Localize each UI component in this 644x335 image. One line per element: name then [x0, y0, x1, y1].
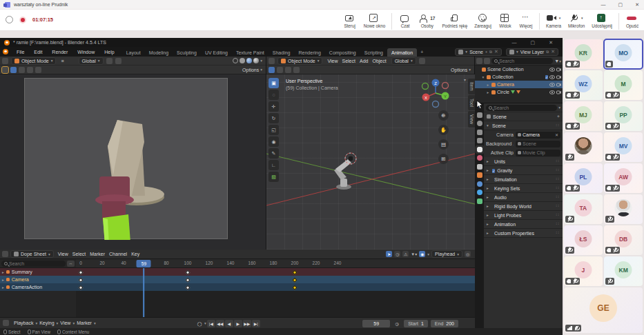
editor-type-icon[interactable]	[3, 320, 9, 326]
outliner-editor-icon[interactable]	[476, 58, 482, 64]
participant-tile[interactable]: TA	[564, 194, 603, 224]
collapsed-panel-header[interactable]: ▸ ✓ Gravity ∷	[484, 166, 563, 175]
shading-material-icon[interactable]	[246, 58, 252, 63]
toolbar-button[interactable]: 17 ▾ Osoby	[416, 12, 438, 30]
timeline-menu-item[interactable]: View	[58, 321, 72, 325]
viewport-3d-area[interactable]: User Perspective (59) Collection | Camer…	[266, 74, 475, 250]
select-box-icon[interactable]	[10, 67, 17, 73]
blender-menu-logo-icon[interactable]	[3, 49, 8, 54]
view-layer-selector[interactable]: ▾ View Layer ⧉✕	[506, 48, 558, 56]
sidebar-tab[interactable]: Item	[468, 79, 475, 94]
participant-tile[interactable]	[564, 132, 603, 162]
toolbar-button[interactable]: ▾ Więcej	[516, 12, 536, 30]
toolbar-button[interactable]: ▾ Udostępnij	[588, 12, 616, 30]
select-lasso-icon[interactable]	[27, 67, 33, 73]
play-reverse-button[interactable]: ◀	[225, 320, 233, 327]
frame-end-field[interactable]: End200	[431, 320, 458, 327]
blender-close-button[interactable]: ✕	[549, 40, 553, 45]
prev-keyframe-button[interactable]: ◀◀	[216, 320, 224, 327]
filter-icon[interactable]: ▼▾	[554, 59, 561, 63]
outliner-search-input[interactable]: Search	[491, 58, 553, 64]
participant-tile[interactable]: PL	[564, 163, 603, 193]
warning-icon[interactable]: ⚠	[402, 251, 409, 257]
viewport-user-perspective[interactable]: Object Mode▾ ViewSelectAddObject Global▾…	[266, 57, 475, 250]
tab-tool[interactable]	[477, 112, 482, 118]
participant-tile[interactable]: J	[564, 256, 603, 286]
collapsed-panel-header[interactable]: ▸ Custom Properties ∷	[484, 229, 563, 238]
channel-strip[interactable]	[76, 283, 475, 291]
outliner-display-mode-icon[interactable]	[484, 58, 490, 64]
dope-sheet-menu-item[interactable]: Channel	[107, 252, 129, 256]
toolbar-button[interactable]: ▾ Mikrofon	[565, 12, 588, 30]
collapse-chevron-icon[interactable]: ▾	[464, 77, 466, 82]
channel-strip[interactable]	[76, 268, 475, 276]
menubar-item[interactable]: Help	[99, 50, 119, 54]
target-icon[interactable]: ◎	[465, 251, 471, 257]
tab-view-layer[interactable]	[477, 138, 482, 143]
participant-tile[interactable]: MJ	[564, 101, 603, 131]
playhead[interactable]	[144, 268, 145, 317]
shading-solid-icon[interactable]	[240, 58, 245, 63]
outliner-row[interactable]: ▸ Circle	[475, 88, 563, 96]
workspace-tab[interactable]: Compositing	[325, 48, 360, 57]
tool-measure[interactable]: ∟	[269, 160, 279, 170]
stopwatch-icon[interactable]: ◷	[393, 320, 401, 327]
properties-options-chevron[interactable]: ▾	[558, 105, 560, 110]
collapsed-panel-header[interactable]: ▸ Animation ∷	[484, 220, 563, 229]
toolbar-button[interactable]: ▾ Widok	[495, 12, 516, 30]
pan-hand-icon[interactable]: ✋	[438, 125, 449, 135]
workspace-tab[interactable]: Sculpting	[173, 48, 201, 57]
camera-restrict-icon[interactable]	[556, 68, 561, 72]
dope-sheet-menu-item[interactable]: Select	[70, 252, 88, 256]
tab-collection[interactable]	[477, 164, 482, 170]
property-field[interactable]: Scene	[516, 141, 560, 148]
next-keyframe-button[interactable]: ▶▶	[243, 320, 251, 327]
tool-rotate[interactable]: ↻	[269, 113, 279, 123]
chevron-down-icon[interactable]: ▾	[581, 16, 583, 20]
participant-tile[interactable]: DB	[604, 225, 643, 255]
workspace-tab[interactable]: Rendering	[295, 48, 325, 57]
new-layer-icon[interactable]: ⧉	[546, 50, 549, 54]
ortho-toggle-icon[interactable]: ⊞	[438, 154, 449, 164]
select-mode-icon[interactable]	[35, 67, 41, 73]
sidebar-tab[interactable]: Tool	[468, 95, 475, 110]
chevron-down-icon[interactable]: ▾	[559, 16, 561, 20]
tool-select-box[interactable]: ▣	[269, 78, 279, 88]
dope-sheet-menu-item[interactable]: Marker	[88, 252, 107, 256]
viewport-menu-item[interactable]: Add	[358, 59, 370, 63]
collapsed-panel-header[interactable]: ▸ Simulation ∷	[484, 175, 563, 184]
select-mode-icon[interactable]	[293, 67, 300, 73]
participant-tile[interactable]: MV	[604, 132, 643, 162]
pin-icon[interactable]: ⌖	[485, 50, 487, 54]
camera-restrict-icon[interactable]	[556, 90, 561, 94]
tab-object[interactable]	[477, 172, 482, 178]
select-box-icon[interactable]	[269, 67, 275, 73]
workspace-tab[interactable]: Animation	[387, 48, 417, 57]
keyframe-area[interactable]	[76, 268, 475, 317]
viewport-menu-item[interactable]: Select	[340, 59, 358, 63]
options-menu[interactable]: Options▾	[242, 68, 264, 72]
viewport-menu-item[interactable]: Object	[370, 59, 388, 63]
expand-arrow-icon[interactable]: ▸	[486, 83, 490, 87]
participant-tile[interactable]: KM	[604, 256, 643, 286]
hamburger-icon[interactable]: ≡	[59, 59, 66, 63]
toolbar-button[interactable]: ▾ Opuść	[622, 12, 643, 30]
expand-width-icon[interactable]: ↔	[67, 261, 75, 267]
editor-type-icon[interactable]	[269, 58, 275, 64]
participant-tile[interactable]: PP	[604, 101, 643, 131]
tool-cursor[interactable]: ◌	[269, 90, 279, 100]
remove-layer-icon[interactable]: ✕	[551, 49, 555, 54]
camera-view-icon[interactable]: ▤	[438, 139, 449, 150]
filter-icon[interactable]: ▼▾	[411, 251, 417, 257]
robot-arm-model-perspective[interactable]	[329, 147, 377, 192]
workspace-tab[interactable]: Layout	[122, 48, 145, 57]
unlink-icon[interactable]: ✕	[494, 49, 498, 54]
timeline-menu-item[interactable]: Marker	[75, 321, 94, 325]
viewport-menu-item[interactable]: View	[325, 59, 340, 63]
proportional-icon[interactable]: ◉	[419, 251, 425, 257]
channel-search-input[interactable]: Search	[1, 261, 66, 267]
camera-restrict-icon[interactable]	[556, 75, 561, 79]
auto-keying-icon[interactable]: ◯	[195, 320, 204, 327]
tab-data[interactable]	[477, 199, 482, 204]
channel-row[interactable]: ▸ CameraAction	[0, 283, 76, 291]
